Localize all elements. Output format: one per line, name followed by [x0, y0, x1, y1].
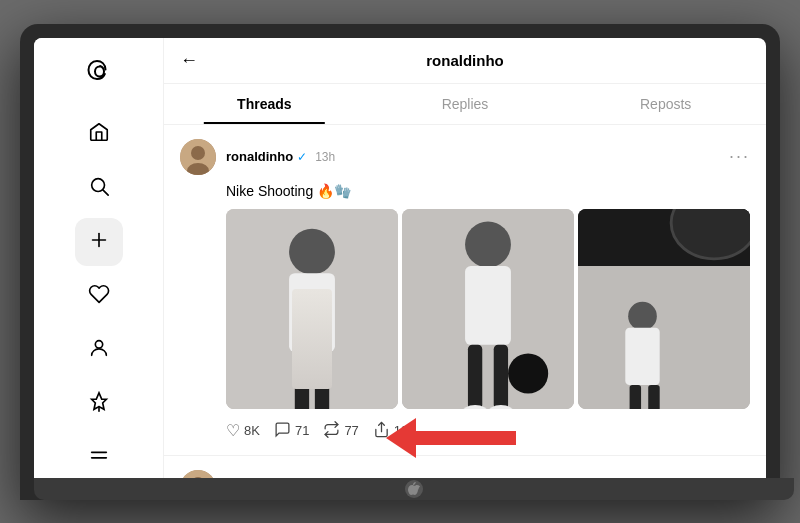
comment-button[interactable]: 71 — [274, 421, 309, 441]
svg-point-19 — [465, 221, 511, 267]
comment-icon — [274, 421, 291, 441]
svg-point-23 — [508, 353, 548, 393]
post-1: ronaldinho ✓ 13h ··· Nike Shooting 🔥🧤 — [164, 125, 766, 456]
laptop-screen: ← ronaldinho Threads Replies Reposts — [34, 38, 766, 478]
comment-count: 71 — [295, 423, 309, 438]
sidebar-item-pin[interactable] — [75, 380, 123, 428]
svg-rect-31 — [630, 384, 641, 408]
new-thread-icon — [88, 229, 110, 254]
main-content: ← ronaldinho Threads Replies Reposts — [164, 38, 766, 478]
svg-rect-20 — [465, 266, 511, 345]
threads-logo — [81, 54, 117, 86]
svg-marker-34 — [386, 418, 516, 458]
like-count: 8K — [244, 423, 260, 438]
tab-replies[interactable]: Replies — [365, 84, 566, 124]
repost-icon — [323, 421, 340, 441]
post-1-more[interactable]: ··· — [729, 146, 750, 167]
post-image-1[interactable] — [226, 209, 398, 409]
sidebar-item-profile[interactable] — [75, 326, 123, 374]
sidebar-item-home[interactable] — [75, 110, 123, 158]
avatar-ronaldinho-2 — [180, 470, 216, 478]
svg-point-12 — [289, 228, 335, 274]
svg-point-35 — [180, 470, 216, 478]
post-1-username: ronaldinho — [226, 149, 293, 164]
sidebar-item-search[interactable] — [75, 164, 123, 212]
menu-icon — [88, 445, 110, 470]
svg-rect-27 — [578, 266, 750, 409]
post-2-more[interactable]: ··· — [729, 477, 750, 478]
apple-logo — [405, 480, 423, 498]
heart-action-icon: ♡ — [226, 421, 240, 440]
sidebar-item-activity[interactable] — [75, 272, 123, 320]
sidebar-item-menu[interactable] — [75, 434, 123, 478]
laptop-wrapper: ← ronaldinho Threads Replies Reposts — [20, 24, 780, 500]
heart-icon — [88, 283, 110, 308]
svg-rect-30 — [625, 327, 659, 384]
svg-point-9 — [191, 146, 205, 160]
tab-reposts[interactable]: Reposts — [565, 84, 766, 124]
verified-badge-1: ✓ — [297, 150, 307, 164]
post-1-images — [226, 209, 750, 409]
svg-rect-22 — [494, 344, 508, 408]
tab-threads[interactable]: Threads — [164, 84, 365, 124]
svg-rect-13 — [289, 273, 335, 352]
header: ← ronaldinho — [164, 38, 766, 84]
pin-icon — [88, 391, 110, 416]
like-button[interactable]: ♡ 8K — [226, 421, 260, 440]
avatar-ronaldinho-1 — [180, 139, 216, 175]
back-button[interactable]: ← — [180, 50, 198, 71]
post-1-header: ronaldinho ✓ 13h ··· — [180, 139, 750, 175]
search-icon — [88, 175, 110, 200]
home-icon — [88, 121, 110, 146]
svg-rect-32 — [648, 384, 659, 408]
repost-count: 77 — [344, 423, 358, 438]
red-arrow-annotation — [386, 413, 516, 463]
svg-point-4 — [95, 341, 102, 348]
laptop-base — [34, 478, 794, 500]
feed: ronaldinho ✓ 13h ··· Nike Shooting 🔥🧤 — [164, 125, 766, 478]
header-username: ronaldinho — [214, 52, 716, 69]
post-1-actions: ♡ 8K 71 — [226, 421, 408, 441]
svg-rect-21 — [468, 344, 482, 408]
post-image-2[interactable] — [402, 209, 574, 409]
post-1-meta: ronaldinho ✓ 13h — [226, 149, 719, 164]
person-icon — [88, 337, 110, 362]
repost-button[interactable]: 77 — [323, 421, 358, 441]
post-1-time: 13h — [315, 150, 335, 164]
sidebar — [34, 38, 164, 478]
tabs: Threads Replies Reposts — [164, 84, 766, 125]
laptop-outer: ← ronaldinho Threads Replies Reposts — [20, 24, 780, 500]
post-image-3[interactable] — [578, 209, 750, 409]
post-1-text: Nike Shooting 🔥🧤 — [226, 183, 750, 199]
sidebar-nav — [34, 110, 163, 478]
svg-rect-15 — [315, 352, 329, 409]
sidebar-item-new[interactable] — [75, 218, 123, 266]
svg-point-29 — [628, 301, 657, 330]
post-2-header: ronaldinho ✓ 2d ··· — [180, 470, 750, 478]
svg-rect-14 — [295, 352, 309, 409]
svg-line-1 — [103, 190, 108, 195]
